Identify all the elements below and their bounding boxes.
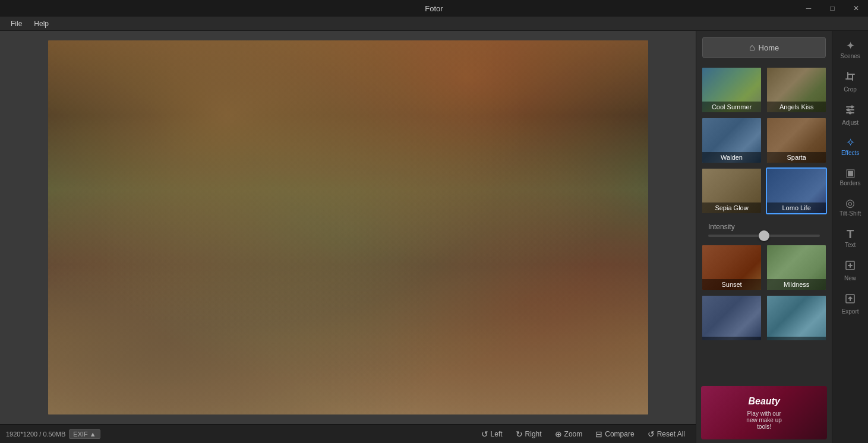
filter-sepia-glow[interactable]: Sepia Glow — [701, 167, 762, 214]
filter-extra2-thumb — [767, 296, 826, 340]
rotate-left-label: Left — [491, 430, 503, 438]
zoom-button[interactable]: ⊕ Zoom — [550, 428, 588, 441]
crop-label: Crop — [844, 86, 857, 93]
right-panel: ⌂ Home Cool Summer Angels Kiss Walden — [696, 31, 868, 443]
sidebar-item-borders[interactable]: ▣ Borders — [834, 163, 866, 192]
filter-walden-label: Walden — [702, 152, 761, 163]
svg-point-7 — [851, 106, 854, 109]
photo-canvas — [48, 40, 648, 414]
zoom-icon: ⊕ — [555, 429, 562, 439]
app-title: Fotor — [425, 4, 443, 13]
export-icon — [844, 293, 856, 306]
crop-icon — [844, 71, 856, 84]
rotate-right-icon: ↻ — [516, 429, 523, 439]
home-icon: ⌂ — [749, 42, 755, 53]
filter-sparta-label: Sparta — [767, 152, 826, 163]
filter-extra1[interactable] — [701, 295, 762, 341]
compare-button[interactable]: ⊟ Compare — [591, 428, 639, 441]
intensity-slider[interactable] — [708, 235, 820, 237]
menu-help[interactable]: Help — [28, 18, 55, 29]
compare-icon: ⊟ — [595, 429, 602, 439]
sidebar-item-crop[interactable]: Crop — [834, 66, 866, 98]
rotate-left-icon: ↺ — [481, 429, 488, 439]
svg-point-5 — [847, 109, 850, 112]
filter-sunset[interactable]: Sunset — [701, 244, 762, 291]
menu-file[interactable]: File — [5, 18, 28, 29]
svg-rect-12 — [848, 265, 853, 266]
sidebar-icons: ✦ Scenes Crop — [832, 31, 868, 443]
scenes-icon: ✦ — [846, 40, 855, 51]
intensity-section: Intensity — [701, 218, 827, 241]
image-info: 1920*1200 / 0.50MB — [6, 431, 65, 438]
filter-lomo-life-label: Lomo Life — [767, 202, 826, 213]
adjust-label: Adjust — [842, 119, 858, 126]
minimize-button[interactable]: ─ — [797, 0, 820, 17]
reset-all-label: Reset All — [657, 430, 685, 438]
filter-sepia-glow-label: Sepia Glow — [702, 202, 761, 213]
sidebar-item-text[interactable]: T Text — [834, 223, 866, 254]
svg-rect-0 — [847, 72, 848, 79]
filter-mildness[interactable]: Mildness — [766, 244, 827, 291]
new-label: New — [844, 275, 856, 282]
ad-banner[interactable]: Beauty Play with ournew make uptools! — [701, 386, 827, 439]
close-button[interactable]: ✕ — [844, 0, 868, 17]
status-bar: 1920*1200 / 0.50MB EXIF ▲ ↺ Left ↻ Right… — [0, 424, 696, 443]
photo-background — [48, 40, 648, 414]
sidebar-item-scenes[interactable]: ✦ Scenes — [834, 36, 866, 65]
exif-button[interactable]: EXIF ▲ — [69, 429, 100, 439]
filter-sparta[interactable]: Sparta — [766, 117, 827, 164]
sidebar-item-adjust[interactable]: Adjust — [834, 99, 866, 131]
svg-point-9 — [849, 112, 852, 115]
filter-mildness-label: Mildness — [767, 279, 826, 290]
filter-walden[interactable]: Walden — [701, 117, 762, 164]
compare-label: Compare — [605, 430, 634, 438]
sidebar-item-export[interactable]: Export — [834, 288, 866, 320]
filter-lomo-life[interactable]: Lomo Life — [766, 167, 827, 214]
rotate-right-button[interactable]: ↻ Right — [511, 428, 547, 441]
text-label: Text — [845, 242, 856, 249]
borders-label: Borders — [840, 180, 861, 187]
reset-all-icon: ↺ — [648, 429, 655, 439]
filter-cool-summer[interactable]: Cool Summer — [701, 67, 762, 113]
intensity-handle[interactable] — [759, 230, 769, 241]
borders-icon: ▣ — [845, 167, 856, 178]
rotate-left-button[interactable]: ↺ Left — [476, 428, 507, 441]
filter-angels-kiss-label: Angels Kiss — [767, 102, 826, 112]
canvas-area: 1920*1200 / 0.50MB EXIF ▲ ↺ Left ↻ Right… — [0, 31, 696, 443]
sidebar-item-tilt-shift[interactable]: ◎ Tilt-Shift — [834, 193, 866, 222]
adjust-icon — [844, 104, 856, 118]
menu-bar: File Help — [0, 17, 868, 31]
filter-extra1-thumb — [702, 296, 761, 340]
title-bar: Fotor ─ □ ✕ — [0, 0, 868, 17]
maximize-button[interactable]: □ — [820, 0, 844, 17]
tilt-shift-icon: ◎ — [845, 198, 855, 208]
sidebar-item-new[interactable]: New — [834, 255, 866, 287]
filter-extra2[interactable] — [766, 295, 827, 341]
tilt-shift-label: Tilt-Shift — [839, 210, 861, 217]
reset-all-button[interactable]: ↺ Reset All — [643, 428, 690, 441]
intensity-label: Intensity — [708, 223, 820, 231]
zoom-label: Zoom — [564, 430, 583, 438]
text-icon: T — [847, 228, 854, 240]
export-label: Export — [842, 308, 859, 315]
ad-subtitle: Play with ournew make uptools! — [746, 410, 781, 430]
image-container — [0, 31, 696, 424]
rotate-right-label: Right — [525, 430, 542, 438]
window-controls: ─ □ ✕ — [797, 0, 868, 17]
filter-cool-summer-label: Cool Summer — [702, 102, 761, 112]
svg-rect-1 — [845, 78, 853, 80]
effects-label: Effects — [841, 150, 859, 157]
filter-extra1-label — [702, 337, 761, 340]
main-layout: 1920*1200 / 0.50MB EXIF ▲ ↺ Left ↻ Right… — [0, 31, 868, 443]
filter-grid: Cool Summer Angels Kiss Walden Sparta Se — [696, 64, 832, 382]
scenes-label: Scenes — [840, 53, 860, 60]
sidebar-item-effects[interactable]: ✧ Effects — [834, 132, 866, 162]
svg-rect-3 — [848, 74, 855, 75]
home-button[interactable]: ⌂ Home — [702, 37, 826, 58]
ad-title: Beauty — [746, 395, 781, 408]
new-icon — [844, 260, 856, 273]
home-label: Home — [759, 43, 779, 52]
filter-extra2-label — [767, 337, 826, 340]
filter-angels-kiss[interactable]: Angels Kiss — [766, 67, 827, 113]
effects-icon: ✧ — [846, 137, 855, 148]
